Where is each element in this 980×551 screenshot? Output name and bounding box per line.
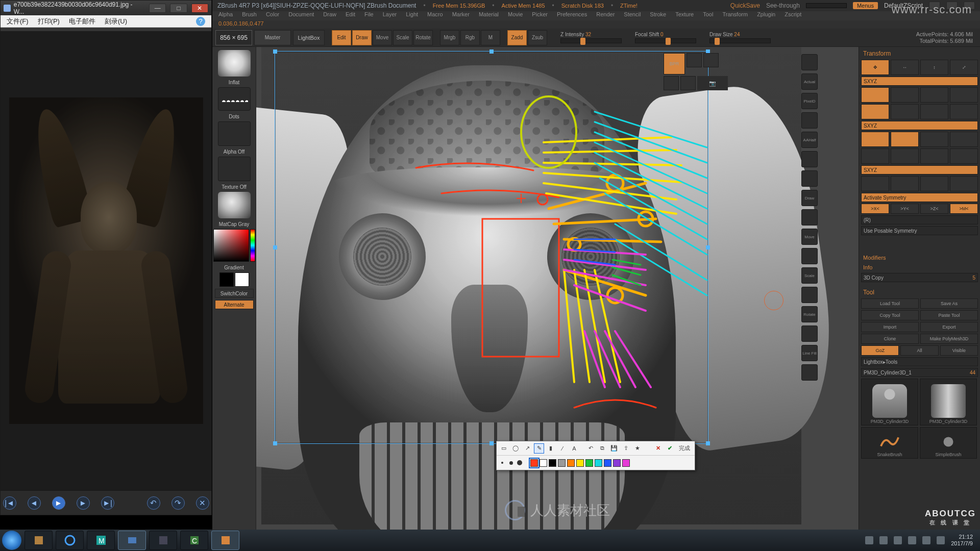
- anno-cancel-button[interactable]: ✕: [653, 443, 663, 454]
- anno-share-icon[interactable]: ⇪: [621, 443, 631, 454]
- move-button[interactable]: Move: [373, 30, 392, 45]
- strip-scale[interactable]: Scale: [801, 267, 818, 284]
- viewer-rotate-right-button[interactable]: ↷: [172, 496, 185, 510]
- xf-d1[interactable]: [861, 148, 889, 164]
- taskbar-app-7[interactable]: [211, 531, 239, 550]
- drawsize-slider[interactable]: Draw Size 24: [709, 32, 771, 43]
- hue-bar[interactable]: [250, 229, 255, 262]
- menu-tool[interactable]: Tool: [703, 11, 713, 20]
- pal-gray[interactable]: [558, 459, 566, 467]
- xform-btn1[interactable]: ✥: [861, 60, 889, 75]
- tray-icon-1[interactable]: [865, 536, 873, 544]
- xf-a4[interactable]: [950, 87, 978, 103]
- brush-thumbnail[interactable]: [218, 50, 251, 77]
- stroke-size-l[interactable]: [516, 459, 523, 466]
- clone-tool[interactable]: Clone: [861, 334, 919, 344]
- taskbar-app-2[interactable]: [56, 531, 84, 550]
- alternate-button[interactable]: Alternate: [215, 300, 254, 309]
- pal-blue[interactable]: [604, 459, 611, 467]
- menu-draw[interactable]: Draw: [323, 11, 336, 20]
- taskbar-app-6[interactable]: C: [180, 531, 208, 550]
- pal-purple[interactable]: [613, 459, 621, 467]
- focalshift-slider[interactable]: Focal Shift 0: [635, 32, 696, 43]
- anno-ok-button[interactable]: ✔: [665, 443, 675, 454]
- strip-blank3[interactable]: [801, 248, 818, 264]
- anno-line-icon[interactable]: ⁄: [557, 443, 568, 454]
- menu-marker[interactable]: Marker: [452, 11, 470, 20]
- menu-zscript[interactable]: Zscript: [785, 11, 801, 20]
- saveas-tool[interactable]: Save As: [920, 298, 978, 309]
- xf-b3[interactable]: [920, 104, 948, 119]
- strip-blank2[interactable]: [801, 112, 818, 129]
- anno-text-icon[interactable]: A: [569, 443, 579, 454]
- anno-pin-icon[interactable]: ★: [632, 443, 643, 454]
- strip-floor[interactable]: [801, 170, 818, 187]
- lightbox-tools[interactable]: Lightbox▸Tools: [861, 357, 978, 366]
- taskbar-app-3[interactable]: M: [87, 531, 115, 550]
- cluster-btn2[interactable]: [703, 53, 719, 67]
- color-swatch-primary[interactable]: [235, 272, 249, 287]
- xform-btn3[interactable]: ↕: [920, 60, 948, 75]
- stroke-thumbnail[interactable]: [218, 87, 251, 111]
- menu-edit[interactable]: Edit: [346, 11, 355, 20]
- alpha-thumbnail[interactable]: [218, 121, 251, 146]
- camera-icon[interactable]: 📷: [697, 76, 728, 90]
- material-thumbnail[interactable]: [218, 192, 251, 218]
- anno-ellipse-icon[interactable]: ◯: [510, 443, 521, 454]
- anno-save-icon[interactable]: 💾: [609, 443, 619, 454]
- visible-tool[interactable]: Visible: [940, 345, 978, 356]
- makepoly-tool[interactable]: Make PolyMesh3D: [920, 334, 978, 344]
- menu-zplugin[interactable]: Zplugin: [757, 11, 775, 20]
- pal-white[interactable]: [540, 459, 547, 467]
- mrgb-button[interactable]: Mrgb: [440, 30, 459, 45]
- xf-d3[interactable]: [920, 148, 948, 164]
- strip-actual[interactable]: Actual: [801, 73, 818, 90]
- viewer-rotate-left-button[interactable]: ↶: [147, 496, 160, 510]
- viewer-canvas[interactable]: [1, 31, 211, 490]
- draw-button[interactable]: Draw: [352, 30, 372, 45]
- pal-green[interactable]: [585, 459, 593, 467]
- pal-magenta[interactable]: [622, 459, 630, 467]
- cluster-btn4[interactable]: [680, 76, 696, 90]
- scale-button[interactable]: Scale: [393, 30, 412, 45]
- zadd-button[interactable]: Zadd: [507, 30, 527, 45]
- strip-blank1[interactable]: [801, 54, 818, 70]
- anno-arrow-icon[interactable]: ↗: [522, 443, 532, 454]
- strip-aahalf[interactable]: AAHalf: [801, 132, 818, 148]
- canvas-area[interactable]: ▭ ◯ ↗ ✎ ▮ ⁄ A ↶ ⧉ 💾 ⇪ ★ ✕: [256, 47, 859, 530]
- menu-brush[interactable]: Brush: [242, 11, 257, 20]
- xf-b4[interactable]: [950, 104, 978, 119]
- screenshot-selection[interactable]: [275, 51, 708, 444]
- info-label[interactable]: Info: [861, 263, 978, 271]
- strip-draw[interactable]: Draw: [801, 190, 818, 206]
- strip-persp[interactable]: [801, 151, 818, 167]
- viewer-maximize-button[interactable]: □: [170, 4, 187, 13]
- projection-master[interactable]: Master: [254, 30, 291, 45]
- sel-handle-tm[interactable]: [489, 49, 494, 54]
- xf-a1[interactable]: [861, 87, 889, 103]
- taskbar-clock[interactable]: 21:122017/7/9: [951, 534, 973, 547]
- menu-alpha[interactable]: Alpha: [218, 11, 233, 20]
- cluster-btn3[interactable]: [664, 76, 679, 90]
- document[interactable]: ▭ ◯ ↗ ✎ ▮ ⁄ A ↶ ⧉ 💾 ⇪ ★ ✕: [261, 47, 801, 524]
- viewer-play-button[interactable]: ►: [52, 496, 65, 510]
- switchcolor-button[interactable]: SwitchColor: [215, 289, 254, 298]
- menu-light[interactable]: Light: [406, 11, 418, 20]
- zsub-button[interactable]: Zsub: [528, 30, 547, 45]
- menu-picker[interactable]: Picker: [532, 11, 548, 20]
- menu-render[interactable]: Render: [596, 11, 615, 20]
- strip-rotate[interactable]: Rotate: [801, 306, 818, 322]
- menu-macro[interactable]: Macro: [427, 11, 443, 20]
- tray-icon-2[interactable]: [879, 536, 888, 544]
- strip-linefill[interactable]: Line Fill: [801, 345, 818, 361]
- tray-network-icon[interactable]: [908, 536, 916, 544]
- xf-e4[interactable]: [950, 176, 978, 191]
- strip-move[interactable]: Move: [801, 229, 818, 245]
- strip-blank4[interactable]: [801, 287, 818, 303]
- xf-c3[interactable]: [920, 132, 948, 147]
- menu-color[interactable]: Color: [266, 11, 279, 20]
- menu-document[interactable]: Document: [288, 11, 314, 20]
- menu-stencil[interactable]: Stencil: [624, 11, 641, 20]
- menu-preferences[interactable]: Preferences: [557, 11, 587, 20]
- seethrough-track[interactable]: [806, 3, 847, 8]
